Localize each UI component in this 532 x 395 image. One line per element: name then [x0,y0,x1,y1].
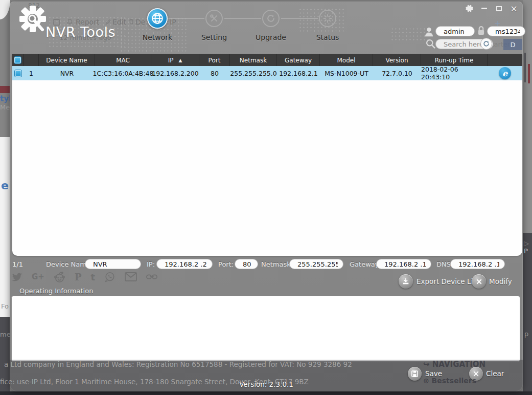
operating-information-label: Operating Information [19,287,93,295]
tab-upgrade[interactable] [262,10,280,27]
bg-text-fragment: me [0,331,11,338]
minimize-button[interactable] [479,4,489,13]
operating-information-box[interactable] [11,296,520,362]
tab-setting[interactable] [205,10,223,27]
device-table: Device Name MAC IP▲ Port Netmask Gateway… [12,54,522,256]
cell-mac: 1C:C3:16:0A:4B:48 [95,66,151,80]
bg-text-fragment: IP [170,18,176,26]
bg-right-divider [524,53,526,82]
email-icon [125,272,137,281]
sort-asc-icon: ▲ [178,58,182,63]
x-icon [473,370,479,377]
dns-field[interactable] [450,259,505,269]
bg-white-panel [0,137,10,317]
maximize-icon [496,6,502,11]
export-device-list-label[interactable]: Export Device List [417,277,479,286]
header-gateway[interactable]: Gateway [277,54,320,66]
whatsapp-icon [104,271,115,282]
clear-label[interactable]: Clear [486,369,504,378]
open-browser-button[interactable]: e [499,67,511,79]
bg-page-corner [0,0,10,19]
refresh-icon [482,40,490,48]
pinterest-icon: P [75,272,82,282]
netmask-label: Netmask: [261,260,293,268]
header-select-all[interactable] [12,54,24,66]
header-mac[interactable]: MAC [95,54,151,66]
nav-connector [169,18,204,19]
tab-upgrade-label[interactable]: Upgrade [248,33,294,41]
row-checkbox[interactable] [15,70,21,77]
modify-label[interactable]: Modify [489,277,512,286]
cell-gateway: 192.168.2.1 [277,66,320,80]
bg-bottom-strip [0,391,532,395]
export-device-list-button[interactable] [399,274,413,289]
ip-label: IP: [147,260,155,268]
cell-version: 72.7.0.10 [373,66,421,80]
spinner-icon [322,13,333,24]
header-index[interactable] [24,54,39,66]
bg-delete-link: De [135,18,145,26]
tumblr-icon: t [90,272,95,282]
version-text: Version: 2.3.0.1 [215,380,317,388]
header-runup-time[interactable]: Run-up Time [421,54,488,66]
gear-icon [465,4,474,13]
port-label: Port: [218,260,234,268]
table-row[interactable]: 1 NVR 1C:C3:16:0A:4B:48 192.168.2.200 80… [12,66,522,80]
tools-icon [209,13,219,24]
close-button[interactable]: × [509,4,519,13]
header-ip[interactable]: IP▲ [151,54,199,66]
cell-runup-time: 2018-02-06 20:43:10 [421,66,488,80]
app-title: NVR Tools [45,24,115,40]
maximize-button[interactable] [494,4,504,13]
bg-text-fragment: ▷ P [524,239,532,255]
save-button[interactable] [408,367,422,381]
cell-index: 1 [24,66,39,80]
google-plus-icon: G+ [32,272,44,281]
floppy-disk-icon [411,370,419,378]
download-icon [402,277,410,286]
username-field[interactable] [435,26,475,36]
tab-status[interactable] [319,10,336,27]
bg-right-strip [523,0,532,233]
header-model[interactable]: Model [320,54,373,66]
header-netmask[interactable]: Netmask [230,54,277,66]
header-device-name[interactable]: Device Name [39,54,95,66]
device-name-field[interactable] [85,259,141,269]
cell-model: MS-N1009-UT [320,66,373,80]
window-settings-button[interactable] [465,4,474,13]
page-indicator: 1/1 [12,260,23,268]
user-icon [425,27,433,37]
nav-connector [281,18,318,19]
bg-text-fragment: p [524,330,528,338]
bg-social-icons: G+ P t [11,271,157,282]
bg-d-button: D [503,39,522,50]
tools-icon [475,278,483,286]
ip-field[interactable] [156,259,213,269]
header-version[interactable]: Version [373,54,421,66]
trash-icon [128,18,135,25]
tab-status-label[interactable]: Status [305,33,351,41]
bg-text-fragment: Fo [1,302,9,310]
search-icon [425,38,436,49]
tab-network[interactable] [147,8,168,29]
netmask-field[interactable] [289,259,343,269]
cell-ip: 192.168.2.200 [151,66,199,80]
nvr-tools-window: 812 Report Edit De IP 12 minutes ago + Q… [10,2,523,391]
gateway-field[interactable] [376,259,431,269]
bg-dark-footer-left [0,317,10,395]
cell-port: 80 [199,66,230,80]
select-all-checkbox[interactable] [14,57,21,63]
link-icon [146,273,157,280]
password-field[interactable] [487,26,525,36]
tab-setting-label[interactable]: Setting [191,33,237,41]
lock-icon [477,25,485,36]
clear-button[interactable] [469,367,483,381]
tab-network-label[interactable]: Network [134,33,180,41]
header-port[interactable]: Port [199,54,230,66]
port-field[interactable] [235,259,258,269]
modify-button[interactable] [472,274,486,289]
minimize-icon [481,8,487,9]
save-label[interactable]: Save [425,369,442,378]
cell-device-name: NVR [39,66,95,80]
search-refresh-button[interactable] [480,38,492,50]
